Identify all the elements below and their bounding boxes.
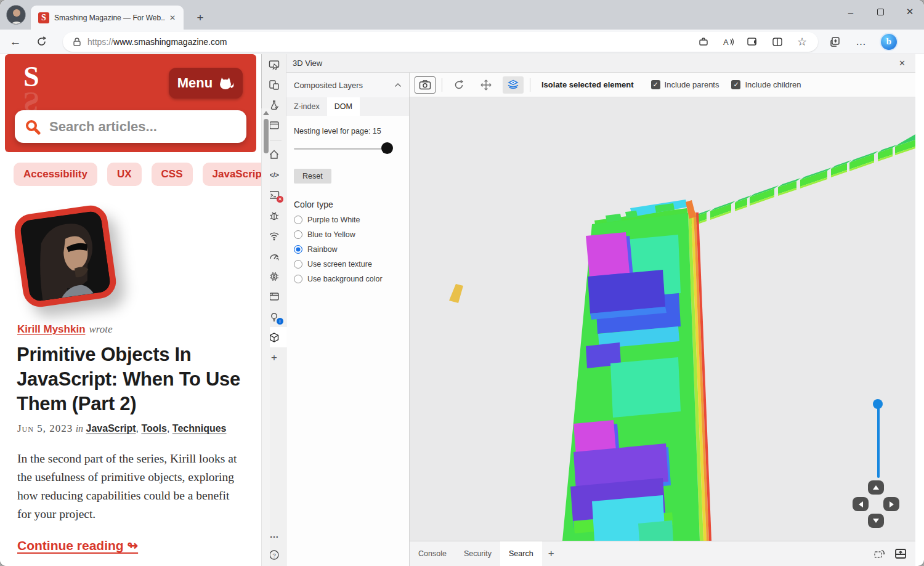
tab-close-icon[interactable]: ✕ [166,12,179,23]
bing-chat-icon[interactable]: b [881,34,897,50]
split-screen-icon[interactable] [771,36,784,48]
device-emulation-icon[interactable] [262,75,286,95]
toolbar-divider [442,78,442,92]
zoom-slider-knob[interactable] [873,399,883,409]
radio-purple-to-white[interactable]: Purple to White [294,216,402,224]
dom-layer-tower [562,200,711,541]
panel-header: 3D View ✕ [286,54,915,73]
category-javascript[interactable]: JavaScript [86,423,136,434]
browser-tab[interactable]: S Smashing Magazine — For Web.. ✕ [31,6,184,30]
composited-layers-header[interactable]: Composited Layers [286,73,409,97]
tag-css[interactable]: CSS [152,163,193,186]
tag-ux[interactable]: UX [107,163,142,186]
tab-dom[interactable]: DOM [327,97,360,116]
category-techniques[interactable]: Techniques [172,423,227,434]
checkbox-checked-icon[interactable]: ✓ [651,80,660,89]
slider-track[interactable] [294,148,392,150]
undock-drawer-icon[interactable] [873,548,886,559]
zoom-slider[interactable] [872,400,883,482]
radio-icon[interactable] [294,216,302,224]
search-input[interactable] [49,119,237,135]
reset-button[interactable]: Reset [294,169,331,184]
radio-icon[interactable] [294,230,302,239]
window-controls: – ✕ [841,4,919,20]
nav-toolbar: ← https://www.smashingmagazine.com A ☆ …… [0,30,924,54]
rotate-down-button[interactable] [868,514,884,528]
workspaces-icon[interactable] [697,36,710,48]
right-arrow-icon [890,501,894,507]
pan-mode-button[interactable] [476,76,496,94]
read-aloud-icon[interactable]: A [722,36,734,48]
tag-javascript[interactable]: JavaScript [203,163,261,186]
inspect-tool-icon[interactable] [262,54,286,75]
immersive-reader-icon[interactable] [747,36,759,48]
wrote-label: wrote [89,323,113,335]
menu-button[interactable]: Menu [169,68,243,99]
author-link[interactable]: Kirill Myshkin [17,323,86,335]
favorites-star-icon[interactable]: ☆ [796,36,808,48]
nesting-slider[interactable] [294,142,402,155]
continue-reading-link[interactable]: Continue reading ↬ [17,538,138,553]
collections-icon[interactable] [829,36,841,48]
address-bar[interactable]: https://www.smashingmagazine.com A ☆ [63,32,818,52]
include-parents-checkbox[interactable]: ✓ Include parents [651,80,719,89]
left-arrow-icon [859,501,863,507]
category-tools[interactable]: Tools [141,423,166,434]
search-icon [25,119,41,135]
3d-scene[interactable] [410,97,915,541]
smashing-logo[interactable]: S [23,63,39,91]
radio-selected-icon[interactable] [294,245,302,254]
author-photo[interactable] [12,203,118,309]
maximize-button[interactable] [871,4,890,20]
checkbox-checked-icon[interactable]: ✓ [731,80,740,89]
radio-icon[interactable] [294,260,302,269]
rotate-right-button[interactable] [883,497,899,511]
screenshot-button[interactable] [415,76,436,94]
scroll-thumb[interactable] [264,119,269,153]
rotate-left-button[interactable] [853,497,869,511]
new-tab-button[interactable]: + [192,10,208,26]
reset-camera-button[interactable] [448,76,469,94]
scroll-up-arrow[interactable] [263,111,269,115]
collapse-chevron-icon[interactable] [394,83,402,87]
profile-avatar[interactable] [6,5,26,25]
drawer-add-tab-icon[interactable]: + [542,541,561,566]
rotate-up-button[interactable] [868,480,884,495]
expand-drawer-icon[interactable] [894,548,907,559]
avatar-image [7,6,26,25]
radio-rainbow[interactable]: Rainbow [294,245,402,254]
settings-more-icon[interactable]: … [855,36,867,48]
zoom-slider-track[interactable] [877,405,880,478]
titlebar: S Smashing Magazine — For Web.. ✕ + – ✕ [0,0,924,30]
drawer-tab-search[interactable]: Search [500,541,542,566]
drawer-tab-console[interactable]: Console [410,541,455,566]
panel-close-icon[interactable]: ✕ [895,57,909,69]
article-title[interactable]: Primitive Objects In JavaScript: When To… [17,342,245,416]
article-excerpt: In the second part of the series, Kirill… [17,450,243,524]
author-photo-wrap [15,204,126,315]
drawer-tab-security[interactable]: Security [455,541,500,566]
radio-blue-to-yellow[interactable]: Blue to Yellow [294,230,402,239]
composited-layers-title: Composited Layers [294,81,363,90]
radio-use-background-color[interactable]: Use background color [294,275,402,283]
slider-thumb[interactable] [381,142,393,154]
layers-mode-button[interactable] [503,76,524,94]
3d-canvas[interactable] [410,97,915,541]
floating-layer-fragment [449,284,463,303]
minimize-button[interactable]: – [841,4,860,20]
include-children-checkbox[interactable]: ✓ Include children [731,80,801,89]
site-search[interactable] [15,110,246,143]
cat-icon [218,76,234,90]
close-window-button[interactable]: ✕ [901,4,919,20]
console-error-badge: ✕ [277,196,283,203]
issues-count-badge: i [277,318,283,325]
radio-use-screen-texture[interactable]: Use screen texture [294,260,402,269]
page-scrollbar[interactable] [261,108,270,566]
refresh-button[interactable] [31,33,52,51]
svg-text:A: A [723,38,729,47]
back-button[interactable]: ← [5,33,26,51]
tab-z-index[interactable]: Z-index [286,97,327,116]
radio-icon[interactable] [294,275,302,283]
tag-accessibility[interactable]: Accessibility [14,163,97,186]
dateline: Jun 5, 2023 in JavaScript, Tools, Techni… [17,422,227,435]
